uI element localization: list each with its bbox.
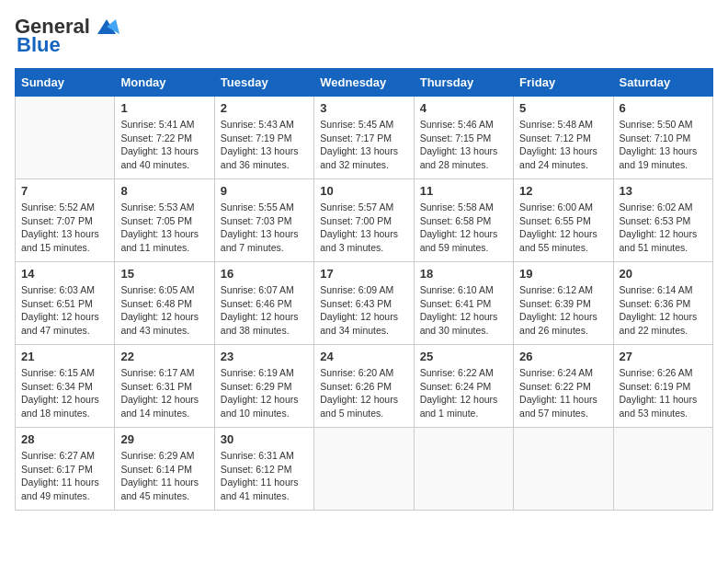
- day-number: 21: [21, 350, 108, 363]
- day-detail: Sunrise: 6:15 AM Sunset: 6:34 PM Dayligh…: [21, 366, 108, 420]
- page-header: General Blue: [15, 15, 713, 57]
- day-detail: Sunrise: 5:57 AM Sunset: 7:00 PM Dayligh…: [320, 201, 407, 255]
- day-number: 24: [320, 350, 407, 363]
- day-detail: Sunrise: 6:17 AM Sunset: 6:31 PM Dayligh…: [120, 366, 208, 420]
- week-row-5: 28Sunrise: 6:27 AM Sunset: 6:17 PM Dayli…: [16, 428, 713, 511]
- day-number: 2: [221, 101, 308, 115]
- day-detail: Sunrise: 6:26 AM Sunset: 6:19 PM Dayligh…: [620, 366, 707, 420]
- day-detail: Sunrise: 6:29 AM Sunset: 6:14 PM Dayligh…: [120, 449, 208, 503]
- calendar-cell: 3Sunrise: 5:45 AM Sunset: 7:17 PM Daylig…: [314, 97, 414, 179]
- day-detail: Sunrise: 5:48 AM Sunset: 7:12 PM Dayligh…: [519, 118, 607, 172]
- day-detail: Sunrise: 6:09 AM Sunset: 6:43 PM Dayligh…: [320, 283, 407, 338]
- day-detail: Sunrise: 6:24 AM Sunset: 6:22 PM Dayligh…: [519, 366, 607, 420]
- day-detail: Sunrise: 5:41 AM Sunset: 7:22 PM Dayligh…: [120, 118, 208, 172]
- day-number: 8: [120, 184, 208, 198]
- calendar-cell: 16Sunrise: 6:07 AM Sunset: 6:46 PM Dayli…: [214, 262, 313, 345]
- day-detail: Sunrise: 6:02 AM Sunset: 6:53 PM Dayligh…: [620, 201, 707, 255]
- day-detail: Sunrise: 5:53 AM Sunset: 7:05 PM Dayligh…: [120, 201, 208, 255]
- day-detail: Sunrise: 5:55 AM Sunset: 7:03 PM Dayligh…: [221, 201, 308, 255]
- week-row-4: 21Sunrise: 6:15 AM Sunset: 6:34 PM Dayli…: [16, 345, 713, 428]
- col-header-tuesday: Tuesday: [214, 69, 313, 97]
- calendar-table: SundayMondayTuesdayWednesdayThursdayFrid…: [15, 68, 713, 511]
- calendar-cell: [16, 97, 115, 179]
- calendar-cell: 14Sunrise: 6:03 AM Sunset: 6:51 PM Dayli…: [16, 262, 115, 345]
- calendar-cell: [414, 428, 513, 511]
- week-row-2: 7Sunrise: 5:52 AM Sunset: 7:07 PM Daylig…: [16, 179, 713, 262]
- day-number: 9: [221, 184, 308, 198]
- day-detail: Sunrise: 5:45 AM Sunset: 7:17 PM Dayligh…: [320, 118, 407, 172]
- calendar-cell: 12Sunrise: 6:00 AM Sunset: 6:55 PM Dayli…: [514, 179, 613, 262]
- calendar-cell: 1Sunrise: 5:41 AM Sunset: 7:22 PM Daylig…: [115, 97, 214, 179]
- calendar-cell: [613, 428, 712, 511]
- calendar-cell: [314, 428, 414, 511]
- col-header-friday: Friday: [514, 69, 613, 97]
- day-number: 29: [120, 432, 208, 446]
- day-number: 22: [120, 350, 208, 363]
- day-number: 26: [519, 350, 607, 363]
- day-detail: Sunrise: 6:05 AM Sunset: 6:48 PM Dayligh…: [120, 283, 208, 338]
- col-header-monday: Monday: [115, 69, 214, 97]
- day-detail: Sunrise: 5:43 AM Sunset: 7:19 PM Dayligh…: [221, 118, 308, 172]
- day-number: 23: [221, 350, 308, 363]
- day-number: 5: [519, 101, 607, 115]
- day-detail: Sunrise: 6:27 AM Sunset: 6:17 PM Dayligh…: [21, 449, 108, 503]
- day-detail: Sunrise: 5:50 AM Sunset: 7:10 PM Dayligh…: [620, 118, 707, 172]
- day-number: 7: [21, 184, 108, 198]
- day-number: 1: [120, 101, 208, 115]
- calendar-cell: 30Sunrise: 6:31 AM Sunset: 6:12 PM Dayli…: [214, 428, 313, 511]
- calendar-cell: 28Sunrise: 6:27 AM Sunset: 6:17 PM Dayli…: [16, 428, 115, 511]
- day-number: 28: [21, 432, 108, 446]
- calendar-cell: 10Sunrise: 5:57 AM Sunset: 7:00 PM Dayli…: [314, 179, 414, 262]
- day-number: 20: [620, 267, 707, 281]
- day-detail: Sunrise: 6:07 AM Sunset: 6:46 PM Dayligh…: [221, 283, 308, 338]
- calendar-cell: 23Sunrise: 6:19 AM Sunset: 6:29 PM Dayli…: [214, 345, 313, 428]
- col-header-sunday: Sunday: [16, 69, 115, 97]
- day-detail: Sunrise: 6:19 AM Sunset: 6:29 PM Dayligh…: [221, 366, 308, 420]
- calendar-cell: 9Sunrise: 5:55 AM Sunset: 7:03 PM Daylig…: [214, 179, 313, 262]
- day-number: 17: [320, 267, 407, 281]
- day-number: 25: [420, 350, 507, 363]
- day-number: 3: [320, 101, 407, 115]
- calendar-header-row: SundayMondayTuesdayWednesdayThursdayFrid…: [16, 69, 713, 97]
- calendar-cell: 20Sunrise: 6:14 AM Sunset: 6:36 PM Dayli…: [613, 262, 712, 345]
- day-number: 16: [221, 267, 308, 281]
- calendar-cell: 6Sunrise: 5:50 AM Sunset: 7:10 PM Daylig…: [613, 97, 712, 179]
- logo-icon: [94, 17, 119, 36]
- calendar-cell: [514, 428, 613, 511]
- day-number: 4: [420, 101, 507, 115]
- calendar-cell: 27Sunrise: 6:26 AM Sunset: 6:19 PM Dayli…: [613, 345, 712, 428]
- day-number: 15: [120, 267, 208, 281]
- day-number: 18: [420, 267, 507, 281]
- day-number: 27: [620, 350, 707, 363]
- calendar-cell: 25Sunrise: 6:22 AM Sunset: 6:24 PM Dayli…: [414, 345, 513, 428]
- day-detail: Sunrise: 6:31 AM Sunset: 6:12 PM Dayligh…: [221, 449, 308, 503]
- logo: General Blue: [15, 15, 119, 57]
- day-detail: Sunrise: 6:00 AM Sunset: 6:55 PM Dayligh…: [519, 201, 607, 255]
- calendar-cell: 2Sunrise: 5:43 AM Sunset: 7:19 PM Daylig…: [214, 97, 313, 179]
- col-header-thursday: Thursday: [414, 69, 513, 97]
- calendar-cell: 8Sunrise: 5:53 AM Sunset: 7:05 PM Daylig…: [115, 179, 214, 262]
- calendar-cell: 22Sunrise: 6:17 AM Sunset: 6:31 PM Dayli…: [115, 345, 214, 428]
- day-number: 6: [620, 101, 707, 115]
- calendar-cell: 21Sunrise: 6:15 AM Sunset: 6:34 PM Dayli…: [16, 345, 115, 428]
- day-detail: Sunrise: 5:58 AM Sunset: 6:58 PM Dayligh…: [420, 201, 507, 255]
- calendar-cell: 26Sunrise: 6:24 AM Sunset: 6:22 PM Dayli…: [514, 345, 613, 428]
- week-row-1: 1Sunrise: 5:41 AM Sunset: 7:22 PM Daylig…: [16, 97, 713, 179]
- day-number: 14: [21, 267, 108, 281]
- logo-blue: Blue: [17, 33, 61, 57]
- calendar-cell: 11Sunrise: 5:58 AM Sunset: 6:58 PM Dayli…: [414, 179, 513, 262]
- calendar-cell: 15Sunrise: 6:05 AM Sunset: 6:48 PM Dayli…: [115, 262, 214, 345]
- day-detail: Sunrise: 6:03 AM Sunset: 6:51 PM Dayligh…: [21, 283, 108, 338]
- calendar-cell: 19Sunrise: 6:12 AM Sunset: 6:39 PM Dayli…: [514, 262, 613, 345]
- calendar-cell: 7Sunrise: 5:52 AM Sunset: 7:07 PM Daylig…: [16, 179, 115, 262]
- day-number: 13: [620, 184, 707, 198]
- day-detail: Sunrise: 6:22 AM Sunset: 6:24 PM Dayligh…: [420, 366, 507, 420]
- week-row-3: 14Sunrise: 6:03 AM Sunset: 6:51 PM Dayli…: [16, 262, 713, 345]
- day-detail: Sunrise: 5:46 AM Sunset: 7:15 PM Dayligh…: [420, 118, 507, 172]
- col-header-wednesday: Wednesday: [314, 69, 414, 97]
- calendar-cell: 13Sunrise: 6:02 AM Sunset: 6:53 PM Dayli…: [613, 179, 712, 262]
- calendar-cell: 17Sunrise: 6:09 AM Sunset: 6:43 PM Dayli…: [314, 262, 414, 345]
- day-number: 30: [221, 432, 308, 446]
- col-header-saturday: Saturday: [613, 69, 712, 97]
- calendar-cell: 5Sunrise: 5:48 AM Sunset: 7:12 PM Daylig…: [514, 97, 613, 179]
